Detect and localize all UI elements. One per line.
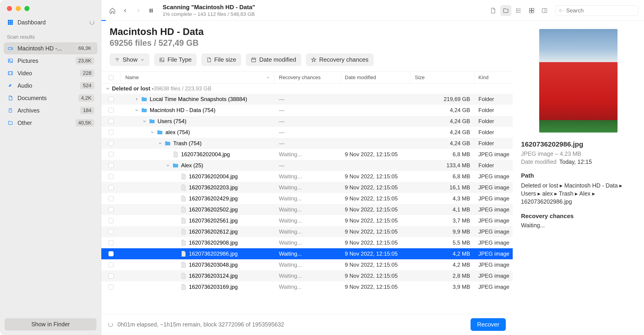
sidebar-item-other[interactable]: Other40,5K <box>4 117 98 129</box>
close-window-button[interactable] <box>7 6 12 11</box>
table-row[interactable]: Users (754)—4,24 GBFolder <box>101 116 513 127</box>
minimize-window-button[interactable] <box>16 6 21 11</box>
table-row[interactable]: 1620736202986.jpgWaiting...9 Nov 2022, 1… <box>101 248 513 259</box>
table-row[interactable]: Alex (25)—133,4 MBFolder <box>101 160 513 171</box>
row-kind: Folder <box>475 126 513 138</box>
row-checkbox[interactable] <box>108 218 114 223</box>
row-date <box>341 163 410 168</box>
disclosure-down-icon[interactable] <box>158 142 162 145</box>
folder-icon <box>7 119 14 126</box>
row-checkbox[interactable] <box>108 229 114 234</box>
table-row[interactable]: 1620736203124.jpgWaiting...9 Nov 2022, 1… <box>101 270 513 281</box>
list-view-button[interactable] <box>513 5 524 16</box>
table-row[interactable]: 1620736202502.jpgWaiting...9 Nov 2022, 1… <box>101 204 513 215</box>
sidebar-item-archives[interactable]: Archives184 <box>4 104 98 116</box>
table-row[interactable]: Local Time Machine Snapshots (38884)—219… <box>101 94 513 105</box>
col-name-header[interactable]: Name <box>121 72 274 83</box>
pause-button[interactable] <box>146 5 156 16</box>
sidebar-item-macintosh-hd-[interactable]: Macintosh HD -...69,3K <box>4 42 98 54</box>
row-size: 4,24 GB <box>410 126 475 138</box>
disclosure-right-icon[interactable] <box>134 98 139 101</box>
row-checkbox[interactable] <box>108 174 114 179</box>
row-name: 1620736202908.jpg <box>189 240 238 246</box>
dashboard-nav[interactable]: Dashboard <box>4 16 98 28</box>
window-controls <box>0 0 101 16</box>
select-all-checkbox[interactable] <box>108 75 114 80</box>
row-checkbox[interactable] <box>108 97 114 102</box>
file-view-button[interactable] <box>488 5 498 16</box>
maximize-window-button[interactable] <box>24 6 30 11</box>
table-row[interactable]: 1620736202612.jpgWaiting...9 Nov 2022, 1… <box>101 226 513 237</box>
row-kind: Folder <box>475 159 513 171</box>
row-checkbox[interactable] <box>108 273 114 278</box>
row-recovery: Waiting... <box>274 259 341 271</box>
table-row[interactable]: 1620736202203.jpgWaiting...9 Nov 2022, 1… <box>101 182 513 193</box>
disclosure-down-icon[interactable] <box>150 131 154 134</box>
back-button[interactable] <box>120 5 131 16</box>
row-name: Users (754) <box>158 118 186 124</box>
row-checkbox[interactable] <box>108 240 114 245</box>
sort-asc-icon <box>266 76 270 79</box>
group-header[interactable]: Deleted or lost - 39638 files / 223,93 G… <box>101 83 513 94</box>
table-row[interactable]: Macintosh HD - Data (754)—4,24 GBFolder <box>101 105 513 116</box>
chances-filter-button[interactable]: Recovery chances <box>306 53 374 66</box>
table-row[interactable]: 1620736203048.jpgWaiting...9 Nov 2022, 1… <box>101 259 513 270</box>
row-checkbox[interactable] <box>108 119 114 124</box>
col-size-header[interactable]: Size <box>410 72 475 83</box>
col-date-header[interactable]: Date modified <box>341 72 410 83</box>
row-kind: Folder <box>475 115 513 127</box>
folder-view-button[interactable] <box>500 5 511 16</box>
sidebar-item-audio[interactable]: Audio524 <box>4 80 98 92</box>
star-icon <box>311 57 316 63</box>
row-date: 9 Nov 2022, 12:15:05 <box>341 148 410 160</box>
sidebar-item-label: Other <box>18 120 32 126</box>
row-checkbox[interactable] <box>108 207 114 212</box>
svg-rect-0 <box>8 20 10 21</box>
show-filter-button[interactable]: Show <box>110 53 150 66</box>
row-kind: JPEG image <box>475 204 513 216</box>
row-checkbox[interactable] <box>108 141 114 146</box>
table-row[interactable]: 1620736202561.jpgWaiting...9 Nov 2022, 1… <box>101 215 513 226</box>
row-date: 9 Nov 2022, 12:15:05 <box>341 215 410 227</box>
recover-button[interactable]: Recover <box>470 318 506 331</box>
table-row[interactable]: 1620736202004.jpgWaiting...9 Nov 2022, 1… <box>101 149 513 160</box>
table-row[interactable]: 1620736202908.jpgWaiting...9 Nov 2022, 1… <box>101 237 513 248</box>
row-checkbox[interactable] <box>108 284 114 290</box>
row-checkbox[interactable] <box>108 251 114 256</box>
svg-point-24 <box>516 10 517 11</box>
sidebar-item-video[interactable]: Video228 <box>4 67 98 79</box>
col-kind-header[interactable]: Kind <box>475 72 513 83</box>
search-field[interactable] <box>556 5 638 16</box>
row-checkbox[interactable] <box>108 130 114 135</box>
search-input[interactable] <box>566 7 635 14</box>
row-checkbox[interactable] <box>108 108 114 113</box>
table-row[interactable]: 1620736203169.jpgWaiting...9 Nov 2022, 1… <box>101 281 513 293</box>
row-checkbox[interactable] <box>108 262 114 267</box>
home-button[interactable] <box>107 5 118 16</box>
sidebar-item-documents[interactable]: Documents4,2K <box>4 92 98 104</box>
filetype-filter-button[interactable]: File Type <box>154 53 197 66</box>
table-row[interactable]: 1620736202004.jpgWaiting...9 Nov 2022, 1… <box>101 171 513 182</box>
sidebar-item-pictures[interactable]: Pictures23,6K <box>4 55 98 67</box>
row-size: 3,7 MB <box>410 215 475 227</box>
disclosure-down-icon[interactable] <box>134 109 139 112</box>
group-meta: 39638 files / 223,93 GB <box>154 85 212 92</box>
row-checkbox[interactable] <box>108 196 114 201</box>
disclosure-down-icon[interactable] <box>166 164 170 167</box>
disclosure-down-icon[interactable] <box>142 120 146 123</box>
show-in-finder-button[interactable]: Show in Finder <box>4 318 96 331</box>
row-name: alex (754) <box>166 129 190 135</box>
row-checkbox[interactable] <box>108 185 114 190</box>
folder-icon <box>149 118 155 124</box>
row-checkbox[interactable] <box>108 163 114 168</box>
table-row[interactable]: 1620736202429.jpgWaiting...9 Nov 2022, 1… <box>101 193 513 204</box>
row-checkbox[interactable] <box>108 152 114 157</box>
preview-toggle-button[interactable] <box>539 5 550 16</box>
svg-rect-37 <box>160 58 164 62</box>
grid-view-button[interactable] <box>526 5 537 16</box>
col-recovery-header[interactable]: Recovery chances <box>274 72 341 83</box>
table-row[interactable]: Trash (754)—4,24 GBFolder <box>101 138 513 149</box>
table-row[interactable]: alex (754)—4,24 GBFolder <box>101 127 513 138</box>
filesize-filter-button[interactable]: File size <box>201 53 241 66</box>
date-filter-button[interactable]: Date modified <box>246 53 301 66</box>
